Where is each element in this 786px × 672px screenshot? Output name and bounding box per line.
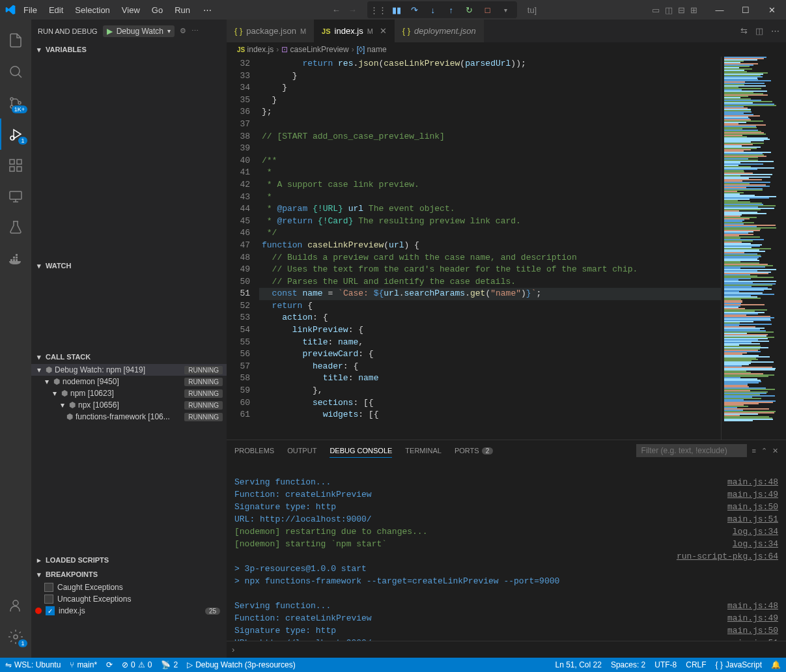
debug-stop-icon[interactable]: □ bbox=[482, 4, 494, 16]
breadcrumb-item[interactable]: JS index.js bbox=[237, 45, 274, 54]
console-source-link[interactable]: main.js:48 bbox=[727, 476, 778, 488]
console-source-link[interactable]: main.js:51 bbox=[727, 513, 778, 525]
callstack-item[interactable]: ▾⬢nodemon [9450]RUNNING bbox=[31, 376, 227, 387]
accounts-icon[interactable] bbox=[0, 590, 31, 621]
nav-back-icon[interactable]: ← bbox=[332, 5, 341, 15]
problems-status[interactable]: ⊘0 ⚠0 bbox=[122, 660, 152, 669]
panel-close-icon[interactable]: ✕ bbox=[772, 447, 778, 455]
console-source-link[interactable]: log.js:34 bbox=[733, 525, 778, 538]
breakpoint-uncaught[interactable]: Uncaught Exceptions bbox=[31, 593, 227, 605]
menu-item-edit[interactable]: Edit bbox=[44, 3, 68, 18]
debug-restart-icon[interactable]: ↻ bbox=[464, 4, 475, 16]
breakpoint-file[interactable]: ✓ index.js 25 bbox=[31, 605, 227, 617]
close-icon[interactable]: ✕ bbox=[380, 26, 387, 36]
debug-console-output[interactable]: Serving function...main.js:48Function: c… bbox=[227, 461, 786, 641]
callstack-item[interactable]: ⬢functions-framework [106...RUNNING bbox=[31, 411, 227, 423]
search-icon[interactable] bbox=[0, 56, 31, 87]
console-source-link[interactable]: main.js:50 bbox=[727, 624, 778, 637]
gear-icon[interactable]: ⚙ bbox=[180, 27, 186, 35]
title-text[interactable]: tu] bbox=[527, 5, 537, 15]
layout-sidebar-left-icon[interactable]: ◫ bbox=[665, 5, 673, 15]
editor-tab[interactable]: JSindex.jsM✕ bbox=[314, 20, 395, 42]
encoding[interactable]: UTF-8 bbox=[654, 660, 677, 669]
debug-step-into-icon[interactable]: ↓ bbox=[427, 4, 439, 16]
menu-item-file[interactable]: File bbox=[18, 3, 42, 18]
eol[interactable]: CRLF bbox=[686, 660, 706, 669]
section-breakpoints[interactable]: ▾ BREAKPOINTS bbox=[31, 567, 227, 581]
debug-config-selector[interactable]: ▶ Debug Watch ▾ bbox=[103, 25, 175, 37]
sync-button[interactable]: ⟳ bbox=[106, 660, 113, 669]
editor-tab[interactable]: { }package.jsonM bbox=[227, 20, 314, 42]
split-icon[interactable]: ◫ bbox=[755, 26, 763, 36]
chevron-down-icon[interactable]: ▾ bbox=[500, 4, 512, 16]
more-icon[interactable]: ⋯ bbox=[771, 26, 779, 36]
explorer-icon[interactable] bbox=[0, 25, 31, 56]
panel-tab-debug-console[interactable]: DEBUG CONSOLE bbox=[330, 444, 392, 458]
panel-filter-input[interactable] bbox=[636, 444, 747, 457]
ports-status[interactable]: 📡 2 bbox=[161, 660, 178, 669]
editor-tab[interactable]: { }deployment.json bbox=[395, 20, 484, 42]
console-source-link[interactable]: main.js:50 bbox=[727, 501, 778, 513]
checkbox-icon[interactable] bbox=[44, 583, 53, 592]
section-loaded-scripts[interactable]: ▸ LOADED SCRIPTS bbox=[31, 553, 227, 567]
breadcrumb-item[interactable]: ⊡ caseLinkPreview bbox=[281, 45, 348, 54]
minimap[interactable] bbox=[721, 57, 786, 440]
more-icon[interactable]: ⋯ bbox=[191, 27, 199, 35]
menu-item-run[interactable]: Run bbox=[169, 3, 195, 18]
console-source-link[interactable]: main.js:49 bbox=[727, 612, 778, 624]
remote-indicator[interactable]: ⇋ WSL: Ubuntu bbox=[5, 660, 61, 669]
menu-item-view[interactable]: View bbox=[117, 3, 145, 18]
console-source-link[interactable]: main.js:48 bbox=[727, 600, 778, 612]
debug-console-input[interactable]: › bbox=[227, 641, 786, 658]
panel-tab-terminal[interactable]: TERMINAL bbox=[405, 444, 442, 457]
code-editor[interactable]: return res.json(caseLinkPreview(parsedUr… bbox=[259, 57, 721, 440]
callstack-item[interactable]: ▾⬢npx [10656]RUNNING bbox=[31, 399, 227, 411]
remote-explorer-icon[interactable] bbox=[0, 181, 31, 212]
cursor-position[interactable]: Ln 51, Col 22 bbox=[555, 660, 602, 669]
layout-panel-icon[interactable]: ▭ bbox=[652, 5, 660, 15]
panel-tab-ports[interactable]: PORTS2 bbox=[455, 444, 493, 457]
menu-item-selection[interactable]: Selection bbox=[70, 3, 115, 18]
filter-settings-icon[interactable]: ≡ bbox=[752, 447, 756, 455]
section-variables[interactable]: ▾ VARIABLES bbox=[31, 42, 227, 57]
source-control-icon[interactable]: 1K+ bbox=[0, 87, 31, 119]
minimize-button[interactable]: — bbox=[710, 5, 729, 15]
git-branch[interactable]: ⑂ main* bbox=[70, 660, 97, 669]
notifications-icon[interactable]: 🔔 bbox=[771, 660, 781, 669]
checkbox-icon[interactable]: ✓ bbox=[46, 606, 55, 615]
section-watch[interactable]: ▾ WATCH bbox=[31, 259, 227, 273]
layout-customize-icon[interactable]: ⊞ bbox=[690, 5, 697, 15]
panel-maximize-icon[interactable]: ⌃ bbox=[761, 447, 767, 455]
layout-panel-bottom-icon[interactable]: ⊟ bbox=[678, 5, 685, 15]
callstack-item[interactable]: ▾⬢Debug Watch: npm [9419]RUNNING bbox=[31, 364, 227, 376]
console-source-link[interactable]: log.js:34 bbox=[733, 538, 778, 550]
docker-icon[interactable] bbox=[0, 244, 31, 275]
breadcrumb-item[interactable]: [◊] name bbox=[357, 45, 387, 54]
callstack-item[interactable]: ▾⬢npm [10623]RUNNING bbox=[31, 387, 227, 399]
console-source-link[interactable]: run-script-pkg.js:64 bbox=[677, 550, 778, 563]
menu-overflow[interactable]: ⋯ bbox=[198, 3, 217, 18]
panel-tab-output[interactable]: OUTPUT bbox=[287, 444, 316, 457]
language-mode[interactable]: { } JavaScript bbox=[716, 660, 762, 669]
menu-item-go[interactable]: Go bbox=[147, 3, 168, 18]
close-button[interactable]: ✕ bbox=[763, 5, 781, 15]
extensions-icon[interactable] bbox=[0, 150, 31, 181]
breakpoint-caught[interactable]: Caught Exceptions bbox=[31, 581, 227, 593]
settings-gear-icon[interactable]: 1 bbox=[0, 621, 31, 652]
compare-icon[interactable]: ⇆ bbox=[740, 26, 748, 36]
debug-step-out-icon[interactable]: ↑ bbox=[445, 4, 457, 16]
debug-status[interactable]: ▷ Debug Watch (3p-resources) bbox=[187, 660, 296, 669]
testing-icon[interactable] bbox=[0, 212, 31, 244]
indentation[interactable]: Spaces: 2 bbox=[611, 660, 645, 669]
panel-tab-problems[interactable]: PROBLEMS bbox=[234, 444, 274, 457]
console-source-link[interactable]: main.js:49 bbox=[727, 488, 778, 501]
breadcrumbs[interactable]: JS index.js›⊡ caseLinkPreview›[◊] name bbox=[227, 42, 786, 57]
maximize-button[interactable]: ☐ bbox=[737, 5, 755, 15]
run-debug-icon[interactable]: 1 bbox=[0, 119, 31, 150]
nav-forward-icon[interactable]: → bbox=[348, 5, 357, 15]
checkbox-icon[interactable] bbox=[44, 595, 53, 604]
debug-drag-handle-icon[interactable]: ⋮⋮ bbox=[372, 4, 384, 16]
section-callstack[interactable]: ▾ CALL STACK bbox=[31, 350, 227, 364]
debug-pause-icon[interactable]: ▮▮ bbox=[391, 4, 402, 16]
debug-step-over-icon[interactable]: ↷ bbox=[409, 4, 421, 16]
